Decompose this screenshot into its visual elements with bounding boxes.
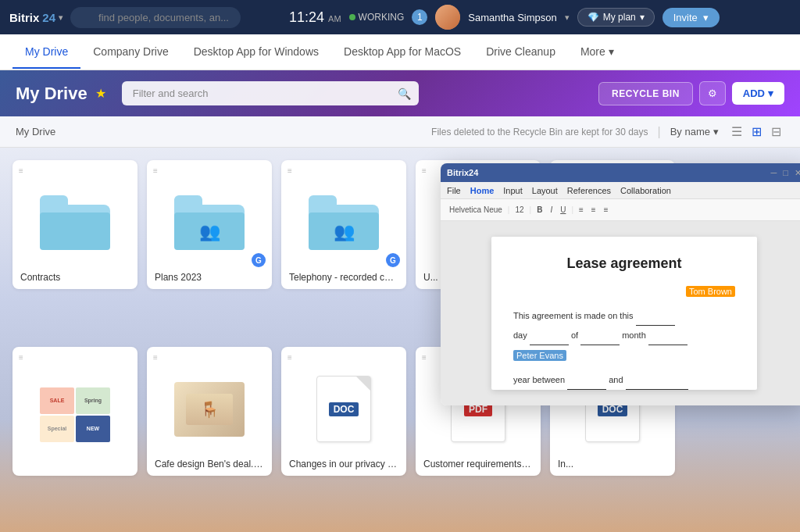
menu-input[interactable]: Input (503, 186, 522, 195)
filter-wrapper: 🔍 (122, 81, 419, 105)
plan-label: My plan (603, 12, 636, 23)
highlight-name2-row: Peter Evans (513, 348, 735, 364)
menu-file[interactable]: File (447, 186, 461, 195)
card-menu-icon[interactable]: ≡ (422, 353, 427, 362)
list-view-button[interactable]: ☰ (728, 123, 745, 141)
sort-chevron-icon: ▾ (713, 126, 719, 137)
file-name: Changes in our privacy poli... (288, 459, 400, 470)
grid-view-button[interactable]: ⊞ (748, 123, 765, 141)
breadcrumb-right: Files deleted to the Recycle Bin are kep… (431, 123, 784, 141)
logo[interactable]: Bitrix 24 ▾ (9, 11, 62, 24)
invite-button[interactable]: Invite ▾ (662, 8, 720, 27)
card-menu-icon[interactable]: ≡ (288, 353, 292, 362)
collab-badge: G (386, 253, 400, 267)
add-button[interactable]: ADD ▾ (732, 82, 784, 105)
tab-my-drive[interactable]: My Drive (12, 36, 80, 69)
card-menu-icon[interactable]: ≡ (422, 166, 427, 175)
page-header: My Drive ★ 🔍 RECYCLE BIN ⚙ ADD ▾ (0, 70, 800, 116)
highlight-name2: Peter Evans (513, 350, 566, 361)
filter-search-icon: 🔍 (398, 87, 411, 100)
toolbar-align-right[interactable]: ≡ (602, 205, 611, 215)
tab-more[interactable]: More ▾ (568, 36, 627, 69)
recycle-bin-button[interactable]: RECYCLE BIN (598, 82, 693, 105)
close-icon[interactable]: ✕ (795, 168, 800, 178)
blank-field-6 (626, 370, 688, 390)
tab-drive-cleanup[interactable]: Drive Cleanup (473, 36, 568, 69)
sale-cell-4: NEW (76, 416, 110, 442)
toolbar-bold[interactable]: B (534, 205, 545, 215)
file-name: Plans 2023 (153, 272, 266, 283)
card-menu-icon[interactable]: ≡ (19, 353, 23, 362)
settings-gear-icon: ⚙ (708, 87, 717, 99)
file-name: Contracts (19, 272, 131, 283)
folder-people-icon-sym: 👥 (199, 222, 220, 242)
large-grid-view-button[interactable]: ⊟ (768, 123, 784, 141)
notification-badge[interactable]: 1 (412, 9, 427, 25)
invite-label: Invite (673, 12, 698, 23)
agreement-text-3: year between and (513, 370, 735, 390)
tab-desktop-windows[interactable]: Desktop App for Windows (181, 36, 331, 69)
breadcrumb-bar: My Drive Files deleted to the Recycle Bi… (0, 116, 800, 148)
menu-collaboration[interactable]: Collaboration (620, 186, 671, 195)
username-dropdown[interactable]: ▾ (565, 12, 570, 23)
text4: month (622, 330, 646, 340)
card-menu-icon[interactable]: ≡ (153, 166, 158, 175)
preview-doc-title: Lease agreement (513, 255, 735, 272)
menu-home[interactable]: Home (470, 186, 495, 195)
breadcrumb-info: Files deleted to the Recycle Bin are kep… (431, 127, 648, 137)
clock: 11:24 AM (289, 10, 341, 24)
divider: | (658, 125, 661, 139)
sale-grid: SALE Spring Special NEW (40, 387, 110, 442)
settings-button[interactable]: ⚙ (699, 81, 726, 105)
sort-button[interactable]: By name ▾ (670, 126, 719, 137)
toolbar-font[interactable]: Helvetica Neue (447, 205, 505, 215)
header-actions: RECYCLE BIN ⚙ ADD ▾ (598, 81, 784, 105)
file-card-plans[interactable]: ≡ 👥 Plans 2023 G (147, 160, 272, 289)
file-card-telephony[interactable]: ≡ 👥 Telephony - recorded calls G (281, 160, 406, 289)
search-input[interactable] (70, 7, 241, 28)
text1: This agreement is made on this (513, 311, 633, 320)
tab-desktop-macos[interactable]: Desktop App for MacOS (331, 36, 473, 69)
card-menu-icon[interactable]: ≡ (288, 166, 292, 175)
sort-label: By name (670, 126, 710, 137)
avatar[interactable] (435, 5, 460, 30)
minimize-icon[interactable]: ─ (771, 168, 777, 178)
toolbar-italic[interactable]: I (548, 205, 555, 215)
menu-layout[interactable]: Layout (532, 186, 558, 195)
file-card-cafe[interactable]: ≡ 🪑 Cafe design Ben's deal.jpg (147, 347, 272, 476)
toolbar-align-center[interactable]: ≡ (589, 205, 598, 215)
text2: day (513, 330, 527, 340)
file-card-contracts[interactable]: ≡ Contracts (12, 160, 138, 289)
favorite-star-icon[interactable]: ★ (95, 86, 106, 101)
menu-references[interactable]: References (567, 186, 611, 195)
card-menu-icon[interactable]: ≡ (153, 353, 158, 362)
collab-badge: G (252, 253, 266, 267)
card-menu-icon[interactable]: ≡ (19, 166, 23, 175)
username[interactable]: Samantha Simpson (468, 12, 556, 23)
breadcrumb: My Drive (16, 126, 55, 137)
file-card-sale[interactable]: ≡ SALE Spring Special NEW (12, 347, 138, 476)
highlight-name1: Tom Brown (686, 286, 735, 297)
my-plan-button[interactable]: 💎 My plan ▾ (577, 8, 655, 27)
logo-dropdown-icon[interactable]: ▾ (59, 13, 62, 22)
preview-doc-body: Tom Brown This agreement is made on this… (513, 284, 735, 390)
document-preview: Bitrix24 ─ □ ✕ File Home Input Layout Re… (441, 163, 800, 405)
doc-icon2: DOC (316, 376, 371, 442)
toolbar-underline[interactable]: U (558, 205, 568, 215)
filter-input[interactable] (122, 81, 419, 105)
toolbar-size[interactable]: 12 (512, 205, 526, 215)
working-status: WORKING (349, 12, 405, 23)
blank-field-2 (530, 326, 569, 345)
logo-num: 24 (42, 11, 55, 24)
search-wrapper: 🔍 (70, 7, 273, 28)
maximize-icon[interactable]: □ (783, 168, 788, 178)
nav-tabs: My Drive Company Drive Desktop App for W… (0, 34, 800, 70)
tab-company-drive[interactable]: Company Drive (80, 36, 180, 69)
file-name: In... (556, 459, 669, 470)
preview-app-name: Bitrix24 (447, 168, 478, 177)
text6: and (609, 375, 623, 384)
invite-dropdown: ▾ (703, 12, 709, 23)
toolbar-align-left[interactable]: ≡ (577, 205, 586, 215)
folder-icon-area: 👥 (288, 178, 400, 267)
file-card-changes[interactable]: ≡ DOC Changes in our privacy poli... (281, 347, 406, 476)
